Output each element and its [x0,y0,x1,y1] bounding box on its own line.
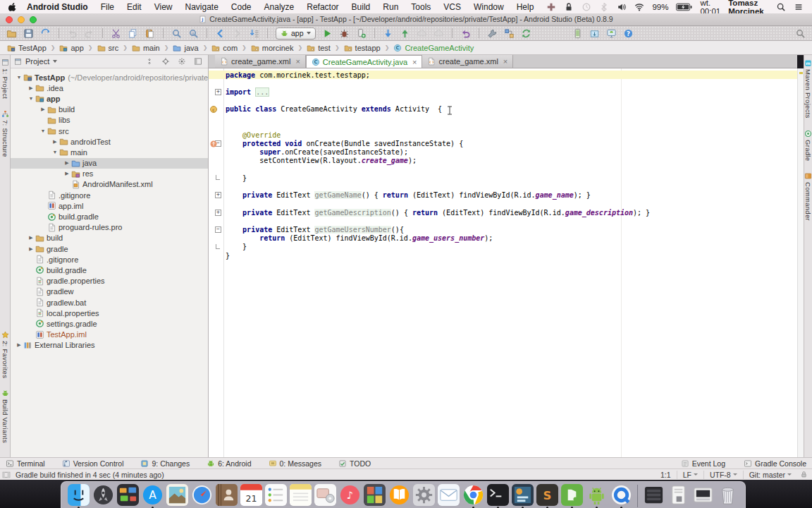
tool-window-button-todo[interactable]: TODO [338,459,371,468]
tool-button-maven-projects[interactable]: mMaven Projects [804,59,812,119]
menu-item-code[interactable]: Code [231,2,252,12]
dock-item-applications-folder[interactable] [643,484,665,506]
tree-item-androidtest[interactable]: ▶androidTest [11,136,208,147]
dock-item-itunes[interactable]: ♪ [339,484,361,506]
menu-search-icon[interactable] [776,2,786,12]
structure-button[interactable] [504,28,515,39]
close-tab-icon[interactable]: × [295,57,300,66]
menu-item-navigate[interactable]: Navigate [185,2,218,12]
menu-item-run[interactable]: Run [383,2,398,12]
dock-item-photo-booth[interactable] [364,484,386,506]
dock-item-launchpad[interactable] [92,484,114,506]
breadcrumb-item-main[interactable]: main [130,44,161,52]
tool-window-button-6-android[interactable]: 6: Android [207,459,251,468]
dock-item-sublime-text[interactable]: S [536,484,558,506]
menu-clock-icon[interactable] [582,2,591,12]
tree-item--gitignore[interactable]: .gitignore [11,254,208,265]
breadcrumb-item-java[interactable]: java [171,44,199,52]
tree-collapsed-arrow[interactable]: ▶ [27,246,35,252]
open-folder-button[interactable] [6,28,17,39]
dock-item-trash[interactable] [717,484,739,506]
tree-item-gradle-properties[interactable]: gradle.properties [11,276,208,286]
menu-lock-icon[interactable] [564,2,574,12]
help-button[interactable]: ? [623,28,634,39]
tree-item-app-iml[interactable]: app.iml [11,200,208,211]
encoding-selector[interactable]: UTF-8 [703,471,743,479]
menu-plus-icon[interactable] [546,2,556,12]
rollback-button[interactable] [460,28,471,39]
dock-item-android-emulator[interactable] [586,484,608,506]
project-panel-dropdown-caret[interactable] [53,60,57,63]
collapse-icon[interactable] [145,57,154,66]
phone-button[interactable] [572,28,583,39]
tree-item-testapp-iml[interactable]: TestApp.iml [11,329,208,340]
vcs-down-button[interactable] [383,28,393,39]
tree-item-libs[interactable]: libs [11,115,208,126]
tree-item-build[interactable]: ▶build [11,104,208,115]
wrench-button[interactable] [487,28,498,39]
redo-button[interactable] [84,28,94,39]
sync-button[interactable] [40,28,51,39]
breadcrumb-item-app[interactable]: app [58,44,85,52]
breadcrumb-item-test[interactable]: test [305,44,332,52]
copy-button[interactable] [128,28,138,39]
dock-item-mail[interactable] [438,484,460,506]
dock-item-mission-control[interactable] [117,484,139,506]
tree-item-java[interactable]: ▶java [11,158,208,169]
forward-button[interactable] [232,28,242,39]
line-ending-selector[interactable]: LF [677,471,703,479]
fold-expand-icon[interactable]: + [215,89,221,95]
menu-app-name[interactable]: Android Studio [27,2,88,12]
tree-item-gradlew-bat[interactable]: gradlew.bat [11,297,208,308]
find-button[interactable] [171,28,182,39]
menu-item-refactor[interactable]: Refactor [307,2,338,12]
fold-expand-icon[interactable]: + [215,210,221,216]
locate-icon[interactable] [161,57,170,66]
replace-button[interactable]: a [188,28,199,39]
tool-window-button-0-messages[interactable]: 0: Messages [269,459,322,468]
dock-item-quicktime[interactable] [610,484,632,506]
dock-item-reminders[interactable] [265,484,287,506]
save-button[interactable] [23,28,34,39]
dock-item-documents-stack[interactable] [668,484,689,506]
tree-item-testapp[interactable]: ▼TestApp(~/Developer/android/repositorie… [11,72,208,83]
cut-button[interactable] [111,28,121,39]
close-tab-icon[interactable]: × [412,58,417,66]
menu-wifi-icon[interactable] [634,2,644,12]
vcs-up-button[interactable] [400,28,410,39]
hide-icon[interactable] [194,57,202,66]
dock-item-photos[interactable] [166,484,188,506]
tree-item-proguard-rules-pro[interactable]: proguard-rules.pro [11,222,208,233]
tree-item-gradle[interactable]: ▶gradle [11,243,208,254]
attach-button[interactable] [356,28,367,39]
menu-item-help[interactable]: Help [517,2,534,12]
tool-button-commander[interactable]: Commander [804,172,812,221]
editor-tab-creategameactivity-java[interactable]: CCreateGameActivity.java× [306,55,423,68]
tree-expanded-arrow[interactable]: ▼ [27,96,35,101]
monitor-button[interactable] [606,28,617,39]
dock-item-evernote[interactable] [561,484,583,506]
dock-item-android-studio[interactable] [512,484,534,506]
override-method-icon[interactable] [210,140,217,147]
search-button[interactable] [795,28,806,39]
back-button[interactable] [215,28,226,39]
dock-item-chrome[interactable] [462,484,484,506]
tree-collapsed-arrow[interactable]: ▶ [63,160,70,166]
cloud2-button[interactable] [433,28,444,39]
breadcrumb-item-testapp[interactable]: testapp [343,44,382,52]
menu-volume-icon[interactable] [617,2,627,12]
tree-item-res[interactable]: ▶res [11,169,208,179]
breadcrumb-item-src[interactable]: src [96,44,121,52]
breadcrumb-item-creategameactivity[interactable]: CCreateGameActivity [392,44,475,52]
menu-item-window[interactable]: Window [474,2,504,12]
tool-button-build-variants[interactable]: Build Variants [1,389,9,443]
gear-icon[interactable] [178,57,186,66]
tool-button-gradle[interactable]: Gradle [804,130,812,161]
dock-item-app-store[interactable]: A [142,484,164,506]
menu-item-tools[interactable]: Tools [411,2,431,12]
breadcrumb-item-morcinek[interactable]: morcinek [250,44,295,52]
tool-button-7-structure[interactable]: 7: Structure [1,110,9,157]
breadcrumb-item-com[interactable]: com [210,44,239,52]
dock-item-finder[interactable] [68,484,90,506]
undo-button[interactable] [67,28,78,39]
